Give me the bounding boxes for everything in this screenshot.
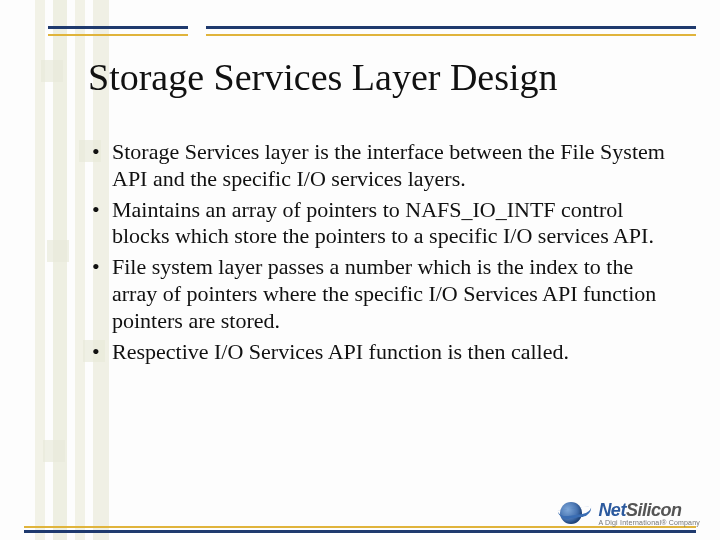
list-item: Maintains an array of pointers to NAFS_I… [88, 197, 680, 251]
list-item: File system layer passes a number which … [88, 254, 680, 334]
list-item: Respective I/O Services API function is … [88, 339, 680, 366]
slide-title: Storage Services Layer Design [88, 55, 680, 99]
footer-divider [24, 526, 696, 534]
logo-globe-icon [558, 500, 592, 526]
logo-brand-part1: Net [598, 500, 626, 520]
bullet-list: Storage Services layer is the interface … [88, 139, 680, 366]
header-divider [48, 26, 696, 38]
logo-brand-part2: Silicon [626, 500, 682, 520]
logo-text: NetSilicon A Digi International® Company [598, 501, 700, 526]
slide-content: Storage Services Layer Design Storage Se… [88, 55, 680, 370]
logo-tagline: A Digi International® Company [598, 519, 700, 526]
brand-logo: NetSilicon A Digi International® Company [558, 500, 700, 526]
list-item: Storage Services layer is the interface … [88, 139, 680, 193]
